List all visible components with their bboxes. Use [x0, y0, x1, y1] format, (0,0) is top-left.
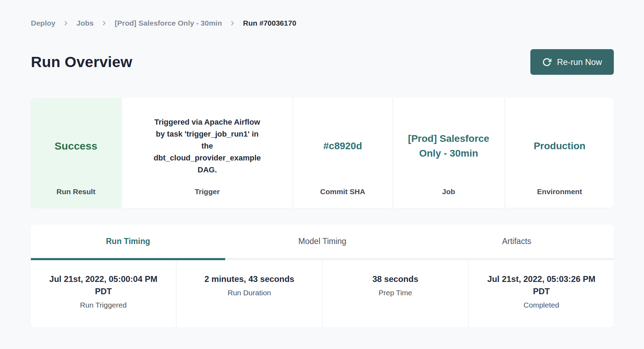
run-result-value: Success [55, 140, 98, 152]
completed-value: Jul 21st, 2022, 05:03:26 PM PDT [482, 273, 601, 297]
prep-time-label: Prep Time [331, 289, 459, 297]
environment-label: Environment [512, 187, 607, 196]
environment-link[interactable]: Production [534, 139, 585, 153]
rerun-now-button-label: Re-run Now [557, 57, 602, 67]
job-link[interactable]: [Prod] Salesforce Only - 30min [408, 131, 490, 161]
environment-card: Production Environment [505, 98, 614, 208]
job-label: Job [401, 187, 497, 196]
prep-time-value: 38 seconds [336, 273, 455, 285]
trigger-value: Triggered via Apache Airflow by task 'tr… [149, 116, 265, 176]
breadcrumb-jobs[interactable]: Jobs [76, 19, 94, 27]
prep-time-cell: 38 seconds Prep Time [323, 260, 468, 328]
run-duration-value: 2 minutes, 43 seconds [190, 273, 309, 285]
page-header: Run Overview Re-run Now [31, 49, 614, 75]
commit-sha-label: Commit SHA [301, 187, 385, 196]
refresh-cw-icon [542, 58, 551, 67]
run-result-label: Run Result [38, 187, 114, 196]
completed-cell: Jul 21st, 2022, 05:03:26 PM PDT Complete… [469, 260, 614, 328]
breadcrumb: Deploy Jobs [Prod] Salesforce Only - 30m… [31, 19, 614, 27]
run-overview-page: Deploy Jobs [Prod] Salesforce Only - 30m… [31, 0, 614, 328]
tab-run-timing[interactable]: Run Timing [31, 225, 225, 260]
run-duration-cell: 2 minutes, 43 seconds Run Duration [177, 260, 322, 328]
commit-sha-card: #c8920d Commit SHA [294, 98, 392, 208]
chevron-right-icon [101, 20, 108, 27]
chevron-right-icon [229, 20, 236, 27]
breadcrumb-run-number: Run #70036170 [243, 19, 296, 27]
completed-label: Completed [477, 301, 605, 309]
tab-model-timing[interactable]: Model Timing [225, 225, 420, 260]
run-summary-cards: Success Run Result Triggered via Apache … [31, 98, 614, 208]
run-triggered-cell: Jul 21st, 2022, 05:00:04 PM PDT Run Trig… [31, 260, 176, 328]
run-details-tabs: Run Timing Model Timing Artifacts [31, 225, 614, 260]
trigger-label: Trigger [129, 187, 285, 196]
job-card: [Prod] Salesforce Only - 30min Job [394, 98, 504, 208]
run-triggered-value: Jul 21st, 2022, 05:00:04 PM PDT [44, 273, 163, 297]
commit-sha-link[interactable]: #c8920d [323, 139, 362, 153]
tab-artifacts[interactable]: Artifacts [420, 225, 614, 260]
breadcrumb-deploy[interactable]: Deploy [31, 19, 55, 27]
trigger-card: Triggered via Apache Airflow by task 'tr… [122, 98, 292, 208]
run-triggered-label: Run Triggered [39, 301, 167, 309]
chevron-right-icon [62, 20, 69, 27]
breadcrumb-job-name[interactable]: [Prod] Salesforce Only - 30min [115, 19, 222, 27]
run-timing-cells: Jul 21st, 2022, 05:00:04 PM PDT Run Trig… [31, 260, 614, 328]
run-duration-label: Run Duration [185, 289, 313, 297]
page-title: Run Overview [31, 53, 132, 71]
run-details-panel: Run Timing Model Timing Artifacts Jul 21… [31, 225, 614, 328]
run-result-card: Success Run Result [31, 98, 121, 208]
rerun-now-button[interactable]: Re-run Now [530, 49, 614, 75]
